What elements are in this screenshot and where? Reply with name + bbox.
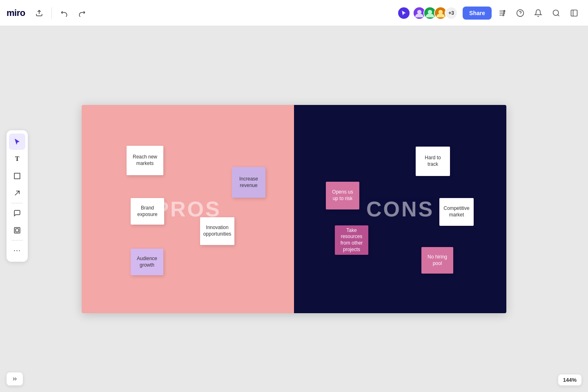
- toolbar-right: +3 Share: [398, 6, 581, 20]
- svg-rect-18: [16, 229, 19, 232]
- board: PROS Reach new markets Increase revenue …: [82, 105, 506, 313]
- frame-tool[interactable]: [9, 222, 25, 238]
- undo-button[interactable]: [57, 6, 71, 20]
- svg-rect-17: [14, 227, 20, 233]
- sticky-brand-exposure[interactable]: Brand exposure: [131, 198, 164, 225]
- sticky-hard-to-track[interactable]: Hard to track: [416, 147, 450, 176]
- upload-button[interactable]: [32, 6, 47, 20]
- arrow-tool[interactable]: [9, 185, 25, 201]
- zoom-indicator: 144%: [558, 374, 581, 385]
- cons-label: CONS: [366, 197, 434, 221]
- pros-side: PROS Reach new markets Increase revenue …: [82, 105, 294, 313]
- panel-toggle-button[interactable]: [7, 372, 23, 385]
- sidebar-separator-2: [11, 240, 23, 241]
- cursor-tool[interactable]: [9, 134, 25, 150]
- cursor-avatar: [398, 7, 410, 19]
- sidebar-separator: [11, 203, 23, 203]
- sticky-innovation[interactable]: Innovation opportunities: [200, 217, 234, 245]
- sticky-reach-new-markets[interactable]: Reach new markets: [127, 146, 163, 175]
- cons-side: CONS Hard to track Opens us up to risk C…: [294, 105, 506, 313]
- svg-point-11: [503, 14, 504, 16]
- text-tool[interactable]: T: [9, 151, 25, 167]
- separator-1: [51, 7, 52, 19]
- sticky-note-tool[interactable]: [9, 168, 25, 184]
- settings-icon-button[interactable]: [495, 6, 510, 20]
- panel-button[interactable]: [567, 6, 581, 20]
- sticky-opens-risk[interactable]: Opens us up to risk: [326, 182, 359, 209]
- svg-point-13: [553, 10, 559, 15]
- sticky-take-resources[interactable]: Take resources from other projects: [335, 225, 368, 255]
- more-tools[interactable]: ···: [9, 242, 25, 258]
- search-button[interactable]: [549, 6, 564, 20]
- avatar-count: +3: [445, 7, 458, 20]
- sticky-no-hiring-pool[interactable]: No hiring pool: [421, 247, 453, 274]
- toolbar: miro: [0, 0, 588, 26]
- redo-button[interactable]: [75, 6, 89, 20]
- avatar-group: +3: [413, 7, 458, 20]
- notifications-button[interactable]: [531, 6, 546, 20]
- svg-point-10: [503, 12, 505, 13]
- share-button[interactable]: Share: [463, 7, 492, 20]
- comment-tool[interactable]: [9, 205, 25, 221]
- help-button[interactable]: [513, 6, 528, 20]
- svg-line-16: [15, 191, 20, 196]
- sticky-increase-revenue[interactable]: Increase revenue: [232, 167, 265, 198]
- sticky-competitive-market[interactable]: Competitive market: [439, 198, 474, 226]
- canvas[interactable]: PROS Reach new markets Increase revenue …: [0, 26, 588, 392]
- app-logo: miro: [7, 8, 25, 18]
- svg-rect-14: [571, 10, 577, 16]
- sticky-audience-growth[interactable]: Audience growth: [131, 249, 163, 275]
- sidebar: T ···: [7, 130, 28, 262]
